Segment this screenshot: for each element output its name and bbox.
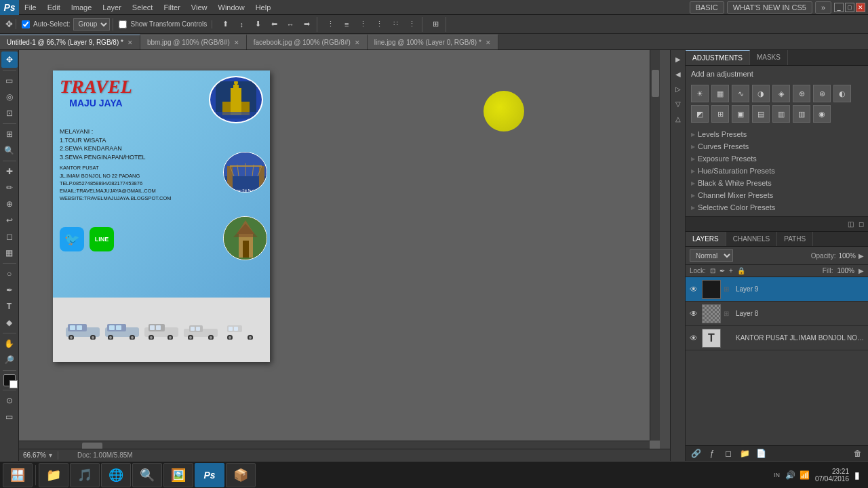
- exposure-icon[interactable]: ◑: [752, 85, 770, 102]
- tab-layers[interactable]: LAYERS: [686, 232, 726, 246]
- brush-tool[interactable]: ✏: [1, 180, 18, 196]
- posterize-icon[interactable]: ▤: [752, 105, 770, 123]
- menu-layer[interactable]: Layer: [97, 0, 127, 14]
- align-bottom-btn[interactable]: ⬇: [250, 17, 265, 32]
- move-tool[interactable]: ✥: [1, 52, 18, 68]
- clone-tool[interactable]: ⊕: [1, 196, 18, 212]
- dist-vert-btn[interactable]: ≡: [339, 17, 354, 32]
- tab-close-bbm[interactable]: ✕: [234, 39, 239, 46]
- bw-icon[interactable]: ◐: [833, 85, 851, 102]
- align-top-btn[interactable]: ⬆: [218, 17, 233, 32]
- dist-top-btn[interactable]: ⋮: [323, 17, 338, 32]
- align-right-btn[interactable]: ➡: [299, 17, 314, 32]
- eraser-tool[interactable]: ◻: [1, 228, 18, 245]
- tab-facebook[interactable]: facebook.jpg @ 100% (RGB/8#) ✕: [247, 35, 368, 49]
- maximize-button[interactable]: □: [845, 3, 854, 12]
- menu-view[interactable]: View: [186, 0, 213, 14]
- new-layer-btn[interactable]: 📄: [755, 449, 767, 458]
- quick-mask-btn[interactable]: ⊙: [1, 392, 18, 409]
- eyedropper-tool[interactable]: 🔍: [1, 142, 18, 159]
- zoom-tool[interactable]: 🔎: [1, 352, 18, 368]
- threshold-icon[interactable]: ▥: [772, 105, 790, 123]
- levels-icon[interactable]: ▦: [711, 85, 729, 102]
- tab-bbm[interactable]: bbm.jpg @ 100% (RGB/8#) ✕: [140, 35, 247, 49]
- tab-adjustments[interactable]: ADJUSTMENTS: [686, 50, 750, 65]
- dist-horiz-btn[interactable]: ∷: [388, 17, 403, 32]
- lock-pos-btn[interactable]: ✒: [719, 267, 725, 274]
- arrange-btn[interactable]: ⊞: [428, 17, 443, 32]
- bw-presets-item[interactable]: ▶ Black & White Presets: [686, 177, 868, 189]
- taskbar-start[interactable]: 🪟: [3, 463, 33, 487]
- blend-mode-select[interactable]: Normal Multiply Screen: [690, 249, 733, 262]
- taskbar-search[interactable]: 🔍: [132, 463, 162, 487]
- extend-panel-button[interactable]: »: [815, 1, 831, 14]
- selective-color-presets-item[interactable]: ▶ Selective Color Presets: [686, 201, 868, 214]
- layer-row-9[interactable]: 👁 ⊞ Layer 9: [686, 277, 868, 302]
- new-group-btn[interactable]: 📁: [738, 449, 751, 458]
- channel-mixer-icon[interactable]: ⊞: [711, 105, 729, 123]
- tab-untitled[interactable]: Untitled-1 @ 66,7% (Layer 9, RGB/8) * ✕: [0, 35, 140, 49]
- add-mask-btn[interactable]: ◻: [722, 449, 734, 458]
- layer-visibility-9[interactable]: 👁: [688, 284, 699, 295]
- tab-close-facebook[interactable]: ✕: [355, 39, 360, 46]
- marquee-tool[interactable]: ▭: [1, 73, 18, 89]
- vertical-scrollbar[interactable]: [650, 50, 660, 441]
- dodge-tool[interactable]: ○: [1, 266, 18, 282]
- gradient-tool[interactable]: ▦: [1, 245, 18, 261]
- huesat-presets-item[interactable]: ▶ Hue/Saturation Presets: [686, 165, 868, 177]
- lasso-tool[interactable]: ◎: [1, 89, 18, 105]
- hand-tool[interactable]: ✋: [1, 336, 18, 352]
- lock-all-btn[interactable]: +: [729, 267, 733, 274]
- dist-bottom-btn[interactable]: ⋮: [355, 17, 370, 32]
- vibrance-icon[interactable]: ◈: [772, 85, 790, 102]
- lock-pixels-btn[interactable]: ⊡: [710, 267, 715, 274]
- hue-sat-icon[interactable]: ⊕: [793, 85, 810, 102]
- layer-row-text[interactable]: 👁 T KANTOR PUSAT JL.IMAM BONJOL NO 22 P.…: [686, 326, 868, 350]
- taskbar-files[interactable]: 📁: [39, 463, 68, 487]
- healing-tool[interactable]: ✚: [1, 163, 18, 180]
- close-button[interactable]: ✕: [856, 3, 865, 12]
- layer-row-8[interactable]: 👁 ⊞ Layer 8: [686, 302, 868, 326]
- history-tool[interactable]: ↩: [1, 212, 18, 228]
- tab-line[interactable]: line.jpg @ 100% (Layer 0, RGB/8) * ✕: [368, 35, 498, 49]
- panel-icon-2[interactable]: ◻: [857, 219, 865, 229]
- taskbar-photoshop[interactable]: Ps: [195, 463, 224, 487]
- screen-mode-btn[interactable]: ▭: [1, 409, 18, 425]
- tab-masks[interactable]: MASKS: [750, 50, 788, 65]
- tab-channels[interactable]: CHANNELS: [726, 232, 777, 246]
- taskbar-media[interactable]: 🎵: [70, 463, 100, 487]
- right-icon-4[interactable]: ▽: [671, 97, 685, 110]
- menu-edit[interactable]: Edit: [42, 0, 66, 14]
- gradient-map-icon[interactable]: ▥: [793, 105, 810, 123]
- menu-filter[interactable]: Filter: [158, 0, 185, 14]
- taskbar-browser[interactable]: 🌐: [101, 463, 131, 487]
- curves-icon[interactable]: ∿: [732, 85, 749, 102]
- taskbar-photos[interactable]: 🖼️: [163, 463, 193, 487]
- vscroll-thumb[interactable]: [652, 70, 659, 97]
- right-icon-5[interactable]: △: [671, 112, 685, 125]
- tab-close-line[interactable]: ✕: [486, 39, 491, 46]
- photo-filter-icon[interactable]: ◩: [691, 105, 709, 123]
- layer-visibility-8[interactable]: 👁: [688, 308, 699, 319]
- right-icon-1[interactable]: ▶: [671, 52, 685, 66]
- brightness-icon[interactable]: ☀: [691, 85, 709, 102]
- menu-help[interactable]: Help: [250, 0, 277, 14]
- channel-mixer-presets-item[interactable]: ▶ Channel Mixer Presets: [686, 189, 868, 201]
- transform-checkbox[interactable]: [119, 20, 127, 28]
- delete-layer-btn[interactable]: 🗑: [852, 449, 864, 458]
- dist-left-btn[interactable]: ⋮: [372, 17, 387, 32]
- crop-tool[interactable]: ⊞: [1, 126, 18, 142]
- exposure-presets-item[interactable]: ▶ Exposure Presets: [686, 152, 868, 165]
- text-tool[interactable]: T: [1, 298, 18, 314]
- menu-image[interactable]: Image: [66, 0, 98, 14]
- dist-right-btn[interactable]: ⋮: [404, 17, 419, 32]
- layer-visibility-text[interactable]: 👁: [688, 333, 699, 344]
- canvas-area[interactable]: TRAVEL MAJU JAYA: [19, 50, 670, 461]
- whats-new-button[interactable]: WHAT'S NEW IN CS5: [727, 1, 812, 14]
- workspace-button[interactable]: BASIC: [690, 1, 724, 14]
- panel-icon-1[interactable]: ◫: [846, 219, 855, 229]
- lock-lock-btn[interactable]: 🔒: [737, 267, 745, 274]
- quick-select-tool[interactable]: ⊡: [1, 105, 18, 121]
- menu-window[interactable]: Window: [213, 0, 250, 14]
- foreground-color[interactable]: [3, 374, 16, 386]
